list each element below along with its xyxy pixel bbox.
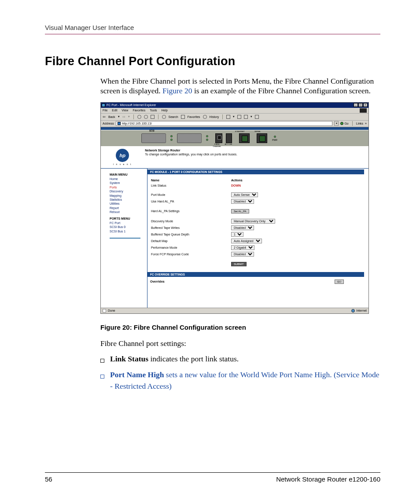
default-map-select[interactable]: Auto Assigned <box>231 239 262 243</box>
override-header: FC OVERRIDE SETTINGS <box>147 272 364 277</box>
maximize-button[interactable]: □ <box>358 103 363 107</box>
menu-fc-port[interactable]: FC Port <box>110 221 144 225</box>
links-expand[interactable]: » <box>365 122 367 125</box>
menu-system[interactable]: System <box>110 181 144 185</box>
running-head: Visual Manager User Interface <box>45 24 380 34</box>
figure-wrap: FC Port - Microsoft Internet Explorer _ … <box>100 102 369 348</box>
go-button[interactable]: Go <box>340 122 348 125</box>
pwr-indicator: PWR <box>272 135 278 141</box>
discovery-select[interactable]: Manual Discovery Only <box>231 219 275 224</box>
menu-ports[interactable]: Ports <box>110 185 144 189</box>
buf-depth-select[interactable]: 1 <box>231 232 243 237</box>
force-select[interactable]: Disabled <box>231 252 254 257</box>
product-subtitle: To change configuration settings, you ma… <box>145 153 237 156</box>
forward-dropdown[interactable]: ▾ <box>128 115 130 118</box>
fc-port[interactable] <box>215 133 222 143</box>
menu-view[interactable]: View <box>122 109 128 112</box>
print-icon[interactable] <box>237 115 241 119</box>
top-stripe <box>101 127 368 130</box>
doc-title: Network Storage Router e1200-160 <box>276 475 380 483</box>
address-input[interactable]: http://192.165.100.13/ <box>116 121 333 126</box>
override-go-button[interactable]: GO <box>335 280 344 284</box>
address-url: http://192.165.100.13/ <box>122 122 152 125</box>
row-use-hard-label: Use Hard AL_PA <box>148 199 228 204</box>
zone-icon <box>351 309 355 313</box>
edit-dropdown[interactable]: ▾ <box>251 115 252 118</box>
port-mode-select[interactable]: Auto Sense <box>231 192 258 197</box>
menu-discovery[interactable]: Discovery <box>110 189 144 193</box>
submit-button[interactable]: SUBMIT <box>231 262 247 266</box>
menubar: File Edit View Favorites Tools Help <box>101 108 368 114</box>
history-label[interactable]: History <box>210 115 219 118</box>
scsi-port-0[interactable] <box>141 133 166 143</box>
discuss-icon[interactable] <box>255 115 259 119</box>
search-label[interactable]: Search <box>169 115 178 118</box>
links-label[interactable]: Links <box>356 122 363 125</box>
menu-favorites[interactable]: Favorites <box>133 109 145 112</box>
overrides-label: Overrides <box>150 280 165 283</box>
intro-text-b: is an example of the Fibre Channel Confi… <box>192 86 371 95</box>
back-button[interactable]: ⇦ <box>103 115 106 119</box>
pwr-label: PWR <box>272 139 278 141</box>
svg-rect-1 <box>100 375 104 379</box>
menu-file[interactable]: File <box>103 109 107 112</box>
set-alpa-button[interactable]: Set AL_PA <box>231 209 249 213</box>
menu-tools[interactable]: Tools <box>150 109 157 112</box>
address-dropdown[interactable]: ▾ <box>334 121 339 126</box>
page-content: SCSI FIBRE CHANNEL ACT LNK <box>101 127 368 308</box>
menu-report[interactable]: Report <box>110 206 144 210</box>
row-perf-label: Performance Mode <box>148 245 228 250</box>
hp-logo: hp i n v e n t <box>113 149 132 166</box>
refresh-icon[interactable] <box>144 115 148 119</box>
bullet-icon <box>100 369 105 392</box>
bullet1-bold: Link Status <box>110 354 148 363</box>
buf-writes-select[interactable]: Disabled <box>231 225 254 230</box>
stop-icon[interactable] <box>137 115 141 119</box>
scsi-label: SCSI <box>149 129 155 132</box>
act-label: ACT LNK <box>224 143 233 145</box>
browser-window: FC Port - Microsoft Internet Explorer _ … <box>100 102 369 314</box>
svg-rect-0 <box>100 359 104 363</box>
back-dropdown[interactable]: ▾ <box>118 115 120 118</box>
menu-mapping[interactable]: Mapping <box>110 194 144 198</box>
history-icon[interactable] <box>203 115 207 119</box>
section-title: Fibre Channel Port Configuration <box>45 55 380 68</box>
favorites-label[interactable]: Favorites <box>188 115 200 118</box>
page-number: 56 <box>45 475 52 483</box>
status-icon <box>103 309 106 313</box>
ie-icon <box>102 103 105 107</box>
scsi-port-1[interactable] <box>177 133 202 143</box>
status-text: Done <box>108 309 115 312</box>
menu-statistics[interactable]: Statistics <box>110 198 144 202</box>
edit-icon[interactable] <box>244 115 248 119</box>
minimize-button[interactable]: _ <box>354 103 358 107</box>
row-buf-writes-label: Buffered Tape Writes <box>148 225 228 231</box>
menu-home[interactable]: Home <box>110 177 144 181</box>
mail-icon[interactable] <box>226 115 230 119</box>
favorites-icon[interactable] <box>181 115 185 119</box>
back-label[interactable]: Back <box>108 115 115 118</box>
bullet-list: Link Status indicates the port link stat… <box>100 353 380 392</box>
menu-reboot[interactable]: Reboot <box>110 210 144 214</box>
menu-edit[interactable]: Edit <box>112 109 117 112</box>
use-hard-select[interactable]: Disabled <box>231 199 254 204</box>
titlebar: FC Port - Microsoft Internet Explorer _ … <box>101 103 368 108</box>
menu-scsi-bus-1[interactable]: SCSI Bus 1 <box>110 229 144 233</box>
bullet1-rest: indicates the port link status. <box>148 354 239 363</box>
figure-link[interactable]: Figure 20 <box>162 86 192 95</box>
forward-button[interactable]: ⇨ <box>122 115 125 119</box>
home-icon[interactable] <box>151 115 155 119</box>
serial-port[interactable] <box>257 133 267 143</box>
device-diagram: SCSI FIBRE CHANNEL ACT LNK <box>101 130 368 146</box>
intro-paragraph: When the Fibre Channel port is selected … <box>100 76 380 96</box>
menu-help[interactable]: Help <box>162 109 168 112</box>
menu-utilities[interactable]: Utilities <box>110 202 144 206</box>
post-text: Fibre Channel port settings: <box>100 339 369 348</box>
ethernet-port[interactable] <box>239 133 250 143</box>
close-button[interactable]: × <box>363 103 368 107</box>
menu-scsi-bus-0[interactable]: SCSI Bus 0 <box>110 225 144 229</box>
perf-select[interactable]: 2 Gigabit <box>231 245 254 250</box>
ethernet-label: ETHERNET <box>234 130 246 132</box>
search-icon[interactable] <box>162 115 166 119</box>
mail-dropdown[interactable]: ▾ <box>233 115 235 118</box>
